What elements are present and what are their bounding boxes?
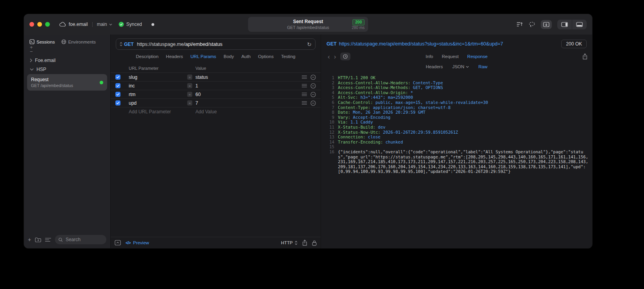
globe-icon	[61, 39, 66, 44]
tab-auth[interactable]: Auth	[241, 54, 251, 59]
param-name[interactable]: upd	[129, 100, 187, 106]
reorder-handle-icon[interactable]	[302, 101, 307, 105]
request-url[interactable]: https://statuspage.me/api/embed/status	[137, 42, 223, 47]
tab-sessions[interactable]: Sessions	[29, 39, 55, 44]
param-value[interactable]: status	[195, 75, 208, 80]
history-forward-button[interactable]: ›	[332, 53, 338, 60]
param-name[interactable]: slug	[129, 75, 187, 80]
sort-lines-icon[interactable]	[516, 22, 523, 27]
response-header: GEThttps://statuspage.me/api/embed/statu…	[327, 38, 587, 49]
branch-name: main	[97, 22, 107, 27]
lock-icon[interactable]	[312, 240, 317, 246]
sidebar-request-item[interactable]: Request GET /api/embed/status	[27, 74, 107, 91]
remove-param-button[interactable]	[310, 75, 316, 80]
add-request-button[interactable]: +	[28, 237, 31, 242]
code-line: 1HTTP/1.1 200 OK	[324, 75, 588, 80]
history-back-button[interactable]: ‹	[326, 53, 332, 60]
tree-group-hsp[interactable]: HSP	[26, 65, 108, 74]
lasso-icon[interactable]	[529, 22, 535, 27]
response-pane: GEThttps://statuspage.me/api/embed/statu…	[321, 35, 592, 248]
tab-headers[interactable]: Headers	[166, 54, 183, 59]
branch-selector[interactable]: main	[97, 22, 112, 27]
equals-icon: =	[187, 100, 192, 105]
reorder-handle-icon[interactable]	[302, 84, 307, 87]
method-select[interactable]: GET	[120, 42, 134, 47]
tab-body[interactable]: Body	[224, 54, 234, 59]
zoom-button[interactable]	[45, 22, 50, 27]
param-row: slug = status	[111, 73, 321, 82]
code-line: 9Vary: Accept-Encoding	[324, 115, 588, 120]
tab-options[interactable]: Options	[258, 54, 274, 59]
tab-description[interactable]: Description	[136, 54, 159, 59]
param-name[interactable]: rtm	[129, 92, 187, 97]
param-enabled-checkbox[interactable]	[115, 75, 120, 80]
sidebar-tabs: Sessions Environments	[24, 35, 110, 45]
sidebar-footer: +	[24, 232, 110, 248]
sent-request-summary[interactable]: Sent Request 200 GET /api/embed/status 2…	[248, 17, 368, 32]
toggle-inspector-button[interactable]	[557, 20, 572, 29]
tab-request[interactable]: Request	[442, 54, 459, 59]
resend-button[interactable]: ↻	[307, 42, 312, 47]
move-to-window-icon[interactable]	[541, 20, 552, 29]
url-params-table: URL Parameter Value slug = status	[111, 64, 321, 116]
response-body[interactable]: 1HTTP/1.1 200 OK2Access-Control-Allow-He…	[321, 72, 592, 248]
export-response-button[interactable]	[582, 53, 587, 60]
param-value[interactable]: 7	[195, 100, 198, 106]
tab-environments[interactable]: Environments	[61, 39, 96, 44]
tab-testing[interactable]: Testing	[281, 54, 295, 59]
minimize-button[interactable]	[37, 22, 42, 27]
code-line: 14Transfer-Encoding: chunked	[324, 140, 588, 145]
add-value-button[interactable]: Add Value	[187, 109, 295, 115]
close-button[interactable]	[29, 22, 34, 27]
remove-param-button[interactable]	[310, 100, 316, 106]
subtab-raw[interactable]: Raw	[478, 64, 487, 69]
chevron-down-icon	[109, 24, 112, 25]
code-line: 5Alt-Svc: h3=":443"; ma=2592000	[324, 95, 588, 100]
sidebar-search[interactable]	[55, 235, 106, 244]
param-value[interactable]: 60	[195, 92, 201, 97]
tree-group-foe-email[interactable]: Foe.email	[26, 56, 108, 65]
request-item-subtitle: GET /api/embed/status	[31, 83, 73, 88]
remove-param-button[interactable]	[310, 92, 316, 97]
project-name: foe.email	[69, 22, 88, 27]
code-line: 11X-Status-Build: dev	[324, 125, 588, 130]
search-icon	[58, 238, 63, 242]
toggle-console-button[interactable]	[572, 20, 587, 29]
add-url-parameter-button[interactable]: Add URL Parameter	[129, 109, 187, 115]
new-folder-button[interactable]	[35, 237, 41, 242]
tab-response[interactable]: Response	[467, 54, 488, 59]
param-row: inc = 1	[111, 82, 321, 90]
remove-item-button[interactable]: −	[30, 49, 33, 54]
sort-list-button[interactable]	[45, 238, 51, 242]
request-url-bar[interactable]: GET https://statuspage.me/api/embed/stat…	[116, 38, 316, 50]
share-button[interactable]	[302, 240, 307, 246]
preview-button[interactable]: </> Preview	[126, 240, 149, 245]
subtab-json[interactable]: JSON	[452, 64, 469, 69]
reorder-handle-icon[interactable]	[302, 93, 307, 96]
url-path: /api/embed/status	[184, 42, 223, 47]
tab-sessions-label: Sessions	[36, 40, 55, 44]
reorder-handle-icon[interactable]	[302, 75, 307, 79]
param-table-header: URL Parameter Value	[111, 64, 321, 73]
code-icon: </>	[126, 241, 131, 245]
code-line: 16{"incidents":null,"overall":{"code":"o…	[324, 149, 588, 174]
protocol-select[interactable]: HTTP	[281, 240, 297, 245]
param-enabled-checkbox[interactable]	[115, 83, 120, 88]
param-row: upd = 7	[111, 99, 321, 107]
param-enabled-checkbox[interactable]	[115, 100, 120, 105]
tree-group-label: HSP	[36, 67, 46, 72]
expand-console-button[interactable]	[115, 240, 121, 245]
tab-url-params[interactable]: URL Params	[190, 54, 216, 59]
subtab-headers[interactable]: Headers	[426, 64, 443, 69]
tab-info[interactable]: Info	[426, 54, 433, 59]
search-input[interactable]	[65, 236, 103, 243]
param-name[interactable]: inc	[129, 83, 187, 89]
param-enabled-checkbox[interactable]	[115, 92, 120, 97]
remove-param-button[interactable]	[310, 83, 316, 89]
history-button[interactable]	[340, 53, 350, 60]
param-value[interactable]: 1	[195, 83, 198, 89]
unsaved-changes-dot	[151, 23, 154, 26]
code-line: 7Content-Type: application/json; charset…	[324, 105, 588, 110]
updown-arrows-icon	[295, 241, 297, 245]
sidebar-list-controls: + −	[24, 45, 110, 54]
